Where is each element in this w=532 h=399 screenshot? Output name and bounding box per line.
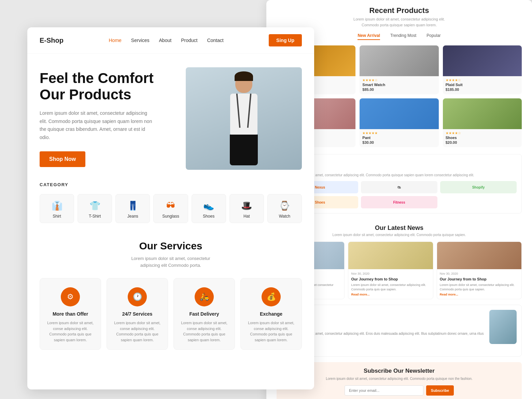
news-card-2[interactable]: Nov 30, 2020 Our Journey from to Shop Lo… bbox=[348, 242, 433, 299]
product-card[interactable]: ★★★★☆ Shoes $20.00 bbox=[443, 98, 522, 147]
tshirt-icon: 👕 bbox=[81, 201, 109, 211]
hero-section: Feel the Comfort Our Products Lorem ipsu… bbox=[27, 54, 314, 170]
service-exchange-name: Exchange bbox=[246, 311, 296, 317]
product-card[interactable]: ★★★★★ Pant $30.00 bbox=[360, 98, 438, 147]
figure-body bbox=[230, 94, 257, 135]
service-delivery-desc: Lorem ipsum dolor sit amet, conse adipis… bbox=[179, 320, 229, 343]
product-name: Pant bbox=[362, 136, 436, 140]
category-shirt-label: Shirt bbox=[43, 214, 71, 219]
product-card[interactable]: ★★★★☆ Smart Watch $85.00 bbox=[360, 45, 438, 94]
product-image bbox=[360, 45, 438, 76]
testimonial-photo bbox=[489, 310, 517, 344]
product-name: Shoes bbox=[446, 136, 519, 140]
category-watch[interactable]: ⌚ Watch bbox=[267, 194, 302, 223]
category-shoes-label: Shoes bbox=[195, 214, 223, 219]
service-exchange-icon: 💰 bbox=[262, 287, 281, 306]
news-card-3[interactable]: Nov 30, 2020 Our Journey from to Shop Lo… bbox=[437, 242, 522, 299]
service-offer-name: More than Offer bbox=[45, 311, 95, 317]
service-delivery-name: Fast Delivery bbox=[179, 311, 229, 317]
category-hat[interactable]: 🎩 Hat bbox=[229, 194, 264, 223]
category-shoes[interactable]: 👟 Shoes bbox=[192, 194, 226, 223]
nav-services[interactable]: Services bbox=[131, 38, 150, 43]
product-image bbox=[443, 45, 522, 76]
tab-new-arrival[interactable]: New Arrival bbox=[358, 33, 380, 40]
product-stars: ★★★★☆ bbox=[362, 78, 436, 82]
services-section: Our Services Lorem ipsum dolor sit amet,… bbox=[27, 230, 314, 360]
product-price: $85.00 bbox=[362, 87, 436, 92]
figure-hair bbox=[235, 71, 253, 81]
nav-home[interactable]: Home bbox=[109, 38, 121, 43]
category-label: CATEGORY bbox=[40, 182, 302, 187]
main-nav: Home Services About Product Contact bbox=[109, 37, 223, 43]
product-price: $185.00 bbox=[446, 87, 519, 92]
service-247-name: 24/7 Services bbox=[112, 311, 162, 317]
site-logo: E-Shop bbox=[40, 37, 64, 44]
category-sunglass[interactable]: 🕶 Sunglass bbox=[153, 194, 188, 223]
services-title: Our Services bbox=[40, 240, 302, 252]
main-card: E-Shop Home Services About Product Conta… bbox=[27, 27, 314, 389]
category-section: CATEGORY 👔 Shirt 👕 T-Shirt 👖 Jeans 🕶 Sun… bbox=[27, 170, 314, 230]
hero-man-figure bbox=[216, 74, 271, 170]
recent-products-title: Recent Products bbox=[277, 6, 522, 15]
service-offer-desc: Lorem ipsum dolor sit amet, conse adipis… bbox=[45, 320, 95, 343]
category-grid: 👔 Shirt 👕 T-Shirt 👖 Jeans 🕶 Sunglass 👟 S… bbox=[40, 194, 302, 223]
newsletter-title: Subscribe Our Newsletter bbox=[282, 368, 516, 374]
news-readmore-2[interactable]: Read more... bbox=[351, 293, 430, 296]
category-watch-label: Watch bbox=[270, 214, 299, 219]
product-name: Plaid Suit bbox=[446, 83, 519, 87]
newsletter-subscribe-button[interactable]: Subscribe bbox=[426, 385, 454, 396]
category-tshirt[interactable]: 👕 T-Shirt bbox=[78, 194, 112, 223]
hero-image bbox=[186, 67, 302, 170]
service-delivery[interactable]: 🛵 Fast Delivery Lorem ipsum dolor sit am… bbox=[173, 278, 235, 350]
service-exchange[interactable]: 💰 Exchange Lorem ipsum dolor sit amet, c… bbox=[240, 278, 302, 350]
shop-now-button[interactable]: Shop Now bbox=[40, 151, 85, 167]
nav-product[interactable]: Product bbox=[181, 38, 197, 43]
figure-head bbox=[235, 74, 252, 93]
service-more-offer[interactable]: ⚙ More than Offer Lorem ipsum dolor sit … bbox=[40, 278, 101, 350]
store-generic[interactable]: 🛍 bbox=[361, 181, 437, 193]
nav-about[interactable]: About bbox=[159, 38, 172, 43]
shoes-icon: 👟 bbox=[195, 201, 223, 211]
services-subtitle: Lorem ipsum dolor sit amet, consectetura… bbox=[40, 255, 302, 269]
product-name: Smart Watch bbox=[362, 83, 436, 87]
hero-description: Lorem ipsum dolor sit amet, consectetur … bbox=[40, 109, 156, 142]
store-fitness[interactable]: Fitness bbox=[361, 196, 437, 208]
category-shirt[interactable]: 👔 Shirt bbox=[40, 194, 74, 223]
service-delivery-icon: 🛵 bbox=[195, 287, 214, 306]
newsletter-subtitle: Lorem ipsum dolor sit amet, consectetur … bbox=[282, 376, 516, 381]
tab-trending[interactable]: Trending Most bbox=[390, 33, 416, 40]
jeans-icon: 👖 bbox=[118, 201, 147, 211]
category-tshirt-label: T-Shirt bbox=[81, 214, 109, 219]
stores-subtitle: Lorem ipsum dolor sit amet, consectetur … bbox=[282, 173, 517, 178]
news-text-2: Lorem ipsum dolor sit amet, consectetur … bbox=[351, 283, 430, 291]
signup-button[interactable]: Sing Up bbox=[269, 34, 302, 46]
stores-title: Available onOur Store bbox=[282, 159, 517, 170]
tab-popular[interactable]: Popular bbox=[426, 33, 440, 40]
newsletter-form: Subscribe bbox=[345, 385, 454, 396]
store-shopify[interactable]: Shopify bbox=[440, 181, 517, 193]
product-stars: ★★★★☆ bbox=[446, 78, 519, 82]
news-image-2 bbox=[348, 242, 433, 269]
newsletter-email-input[interactable] bbox=[345, 385, 423, 396]
news-date-3: Nov 30, 2020 bbox=[440, 272, 519, 275]
news-heading-3: Our Journey from to Shop bbox=[440, 277, 519, 281]
services-grid: ⚙ More than Offer Lorem ipsum dolor sit … bbox=[40, 278, 302, 350]
service-exchange-desc: Lorem ipsum dolor sit amet, conse adipis… bbox=[246, 320, 296, 343]
product-stars: ★★★★★ bbox=[362, 131, 436, 135]
service-247-desc: Lorem ipsum dolor sit amet, conse adipis… bbox=[112, 320, 162, 343]
hat-icon: 🎩 bbox=[233, 201, 261, 211]
news-readmore-3[interactable]: Read more... bbox=[440, 293, 519, 296]
figure-pants bbox=[230, 135, 258, 165]
service-offer-icon: ⚙ bbox=[61, 287, 80, 306]
watch-icon: ⌚ bbox=[270, 201, 299, 211]
category-hat-label: Hat bbox=[233, 214, 261, 219]
category-jeans[interactable]: 👖 Jeans bbox=[115, 194, 150, 223]
product-price: $30.00 bbox=[362, 140, 436, 145]
sunglass-icon: 🕶 bbox=[156, 201, 185, 211]
store-icons: Nexus 🛍 Shopify Shoes Fitness bbox=[282, 181, 517, 208]
product-card[interactable]: ★★★★☆ Plaid Suit $185.00 bbox=[443, 45, 522, 94]
service-247[interactable]: 🕐 24/7 Services Lorem ipsum dolor sit am… bbox=[107, 278, 168, 350]
news-date-2: Nov 30, 2020 bbox=[351, 272, 430, 275]
recent-products-subtitle: Lorem ipsum dolor sit amet, consectetur … bbox=[277, 16, 522, 28]
nav-contact[interactable]: Contact bbox=[207, 38, 223, 43]
